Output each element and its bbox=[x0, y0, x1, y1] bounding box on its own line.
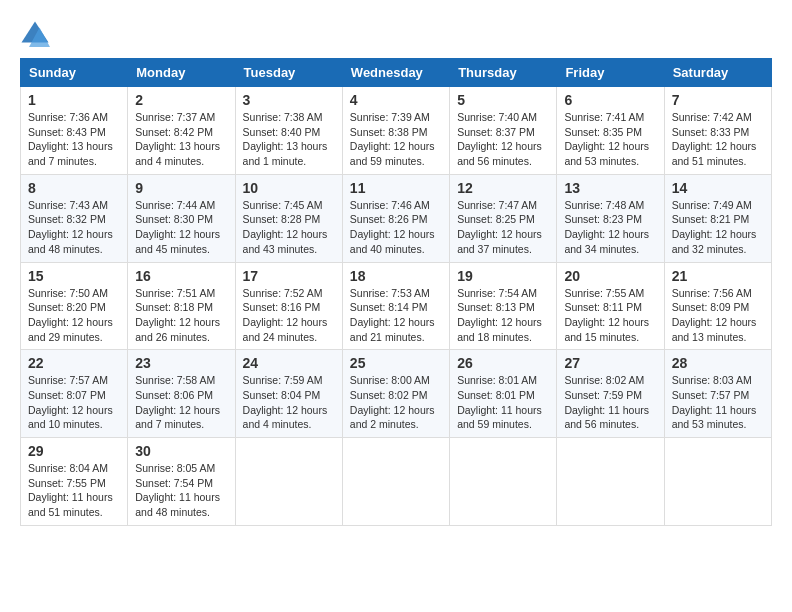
calendar-day-header: Saturday bbox=[664, 59, 771, 87]
day-number: 28 bbox=[672, 355, 764, 371]
sunrise-text: Sunrise: 8:04 AM bbox=[28, 461, 120, 476]
calendar-day-cell: 21 Sunrise: 7:56 AM Sunset: 8:09 PM Dayl… bbox=[664, 262, 771, 350]
day-info: Sunrise: 7:54 AM Sunset: 8:13 PM Dayligh… bbox=[457, 286, 549, 345]
calendar-day-cell: 3 Sunrise: 7:38 AM Sunset: 8:40 PM Dayli… bbox=[235, 87, 342, 175]
sunrise-text: Sunrise: 7:37 AM bbox=[135, 110, 227, 125]
daylight-text: Daylight: 12 hours and 37 minutes. bbox=[457, 227, 549, 256]
sunrise-text: Sunrise: 7:43 AM bbox=[28, 198, 120, 213]
daylight-text: Daylight: 12 hours and 40 minutes. bbox=[350, 227, 442, 256]
day-number: 19 bbox=[457, 268, 549, 284]
calendar-day-cell: 16 Sunrise: 7:51 AM Sunset: 8:18 PM Dayl… bbox=[128, 262, 235, 350]
day-info: Sunrise: 7:49 AM Sunset: 8:21 PM Dayligh… bbox=[672, 198, 764, 257]
calendar-day-cell: 22 Sunrise: 7:57 AM Sunset: 8:07 PM Dayl… bbox=[21, 350, 128, 438]
daylight-text: Daylight: 12 hours and 18 minutes. bbox=[457, 315, 549, 344]
day-number: 15 bbox=[28, 268, 120, 284]
day-info: Sunrise: 7:57 AM Sunset: 8:07 PM Dayligh… bbox=[28, 373, 120, 432]
sunset-text: Sunset: 8:23 PM bbox=[564, 212, 656, 227]
sunrise-text: Sunrise: 7:44 AM bbox=[135, 198, 227, 213]
sunrise-text: Sunrise: 7:53 AM bbox=[350, 286, 442, 301]
sunrise-text: Sunrise: 7:36 AM bbox=[28, 110, 120, 125]
sunrise-text: Sunrise: 7:50 AM bbox=[28, 286, 120, 301]
sunrise-text: Sunrise: 7:52 AM bbox=[243, 286, 335, 301]
daylight-text: Daylight: 12 hours and 34 minutes. bbox=[564, 227, 656, 256]
day-info: Sunrise: 7:53 AM Sunset: 8:14 PM Dayligh… bbox=[350, 286, 442, 345]
sunset-text: Sunset: 8:40 PM bbox=[243, 125, 335, 140]
sunrise-text: Sunrise: 8:02 AM bbox=[564, 373, 656, 388]
sunrise-text: Sunrise: 7:54 AM bbox=[457, 286, 549, 301]
daylight-text: Daylight: 12 hours and 51 minutes. bbox=[672, 139, 764, 168]
sunset-text: Sunset: 8:01 PM bbox=[457, 388, 549, 403]
day-number: 25 bbox=[350, 355, 442, 371]
calendar-day-cell: 28 Sunrise: 8:03 AM Sunset: 7:57 PM Dayl… bbox=[664, 350, 771, 438]
calendar-day-cell: 6 Sunrise: 7:41 AM Sunset: 8:35 PM Dayli… bbox=[557, 87, 664, 175]
day-number: 27 bbox=[564, 355, 656, 371]
day-number: 10 bbox=[243, 180, 335, 196]
daylight-text: Daylight: 12 hours and 26 minutes. bbox=[135, 315, 227, 344]
sunset-text: Sunset: 7:55 PM bbox=[28, 476, 120, 491]
day-info: Sunrise: 8:03 AM Sunset: 7:57 PM Dayligh… bbox=[672, 373, 764, 432]
logo bbox=[20, 20, 54, 50]
day-number: 9 bbox=[135, 180, 227, 196]
sunrise-text: Sunrise: 7:38 AM bbox=[243, 110, 335, 125]
calendar-day-cell: 15 Sunrise: 7:50 AM Sunset: 8:20 PM Dayl… bbox=[21, 262, 128, 350]
daylight-text: Daylight: 12 hours and 43 minutes. bbox=[243, 227, 335, 256]
daylight-text: Daylight: 12 hours and 32 minutes. bbox=[672, 227, 764, 256]
day-info: Sunrise: 7:43 AM Sunset: 8:32 PM Dayligh… bbox=[28, 198, 120, 257]
daylight-text: Daylight: 12 hours and 53 minutes. bbox=[564, 139, 656, 168]
day-number: 23 bbox=[135, 355, 227, 371]
sunset-text: Sunset: 8:13 PM bbox=[457, 300, 549, 315]
day-info: Sunrise: 7:42 AM Sunset: 8:33 PM Dayligh… bbox=[672, 110, 764, 169]
day-number: 21 bbox=[672, 268, 764, 284]
sunset-text: Sunset: 8:02 PM bbox=[350, 388, 442, 403]
calendar-week-row: 15 Sunrise: 7:50 AM Sunset: 8:20 PM Dayl… bbox=[21, 262, 772, 350]
sunset-text: Sunset: 8:35 PM bbox=[564, 125, 656, 140]
day-info: Sunrise: 8:02 AM Sunset: 7:59 PM Dayligh… bbox=[564, 373, 656, 432]
day-info: Sunrise: 8:05 AM Sunset: 7:54 PM Dayligh… bbox=[135, 461, 227, 520]
day-number: 16 bbox=[135, 268, 227, 284]
sunset-text: Sunset: 7:57 PM bbox=[672, 388, 764, 403]
sunset-text: Sunset: 8:32 PM bbox=[28, 212, 120, 227]
sunset-text: Sunset: 8:09 PM bbox=[672, 300, 764, 315]
calendar-table: SundayMondayTuesdayWednesdayThursdayFrid… bbox=[20, 58, 772, 526]
day-info: Sunrise: 8:04 AM Sunset: 7:55 PM Dayligh… bbox=[28, 461, 120, 520]
day-info: Sunrise: 7:38 AM Sunset: 8:40 PM Dayligh… bbox=[243, 110, 335, 169]
day-info: Sunrise: 7:50 AM Sunset: 8:20 PM Dayligh… bbox=[28, 286, 120, 345]
sunset-text: Sunset: 8:20 PM bbox=[28, 300, 120, 315]
page-header bbox=[20, 20, 772, 50]
sunset-text: Sunset: 8:37 PM bbox=[457, 125, 549, 140]
daylight-text: Daylight: 12 hours and 4 minutes. bbox=[243, 403, 335, 432]
daylight-text: Daylight: 11 hours and 51 minutes. bbox=[28, 490, 120, 519]
calendar-day-cell: 24 Sunrise: 7:59 AM Sunset: 8:04 PM Dayl… bbox=[235, 350, 342, 438]
sunrise-text: Sunrise: 7:40 AM bbox=[457, 110, 549, 125]
daylight-text: Daylight: 12 hours and 48 minutes. bbox=[28, 227, 120, 256]
day-info: Sunrise: 7:47 AM Sunset: 8:25 PM Dayligh… bbox=[457, 198, 549, 257]
calendar-day-cell: 25 Sunrise: 8:00 AM Sunset: 8:02 PM Dayl… bbox=[342, 350, 449, 438]
daylight-text: Daylight: 13 hours and 1 minute. bbox=[243, 139, 335, 168]
daylight-text: Daylight: 12 hours and 45 minutes. bbox=[135, 227, 227, 256]
sunset-text: Sunset: 8:21 PM bbox=[672, 212, 764, 227]
day-info: Sunrise: 7:44 AM Sunset: 8:30 PM Dayligh… bbox=[135, 198, 227, 257]
calendar-day-header: Thursday bbox=[450, 59, 557, 87]
sunrise-text: Sunrise: 7:42 AM bbox=[672, 110, 764, 125]
day-info: Sunrise: 7:58 AM Sunset: 8:06 PM Dayligh… bbox=[135, 373, 227, 432]
day-number: 5 bbox=[457, 92, 549, 108]
calendar-week-row: 29 Sunrise: 8:04 AM Sunset: 7:55 PM Dayl… bbox=[21, 438, 772, 526]
daylight-text: Daylight: 12 hours and 7 minutes. bbox=[135, 403, 227, 432]
daylight-text: Daylight: 11 hours and 56 minutes. bbox=[564, 403, 656, 432]
calendar-day-cell: 13 Sunrise: 7:48 AM Sunset: 8:23 PM Dayl… bbox=[557, 174, 664, 262]
calendar-day-cell: 26 Sunrise: 8:01 AM Sunset: 8:01 PM Dayl… bbox=[450, 350, 557, 438]
sunset-text: Sunset: 8:43 PM bbox=[28, 125, 120, 140]
calendar-day-cell: 27 Sunrise: 8:02 AM Sunset: 7:59 PM Dayl… bbox=[557, 350, 664, 438]
day-info: Sunrise: 7:36 AM Sunset: 8:43 PM Dayligh… bbox=[28, 110, 120, 169]
daylight-text: Daylight: 12 hours and 21 minutes. bbox=[350, 315, 442, 344]
day-number: 20 bbox=[564, 268, 656, 284]
daylight-text: Daylight: 12 hours and 24 minutes. bbox=[243, 315, 335, 344]
calendar-day-cell bbox=[557, 438, 664, 526]
day-number: 26 bbox=[457, 355, 549, 371]
sunset-text: Sunset: 8:25 PM bbox=[457, 212, 549, 227]
day-number: 11 bbox=[350, 180, 442, 196]
calendar-day-cell: 30 Sunrise: 8:05 AM Sunset: 7:54 PM Dayl… bbox=[128, 438, 235, 526]
sunrise-text: Sunrise: 7:56 AM bbox=[672, 286, 764, 301]
calendar-day-header: Tuesday bbox=[235, 59, 342, 87]
sunset-text: Sunset: 8:38 PM bbox=[350, 125, 442, 140]
